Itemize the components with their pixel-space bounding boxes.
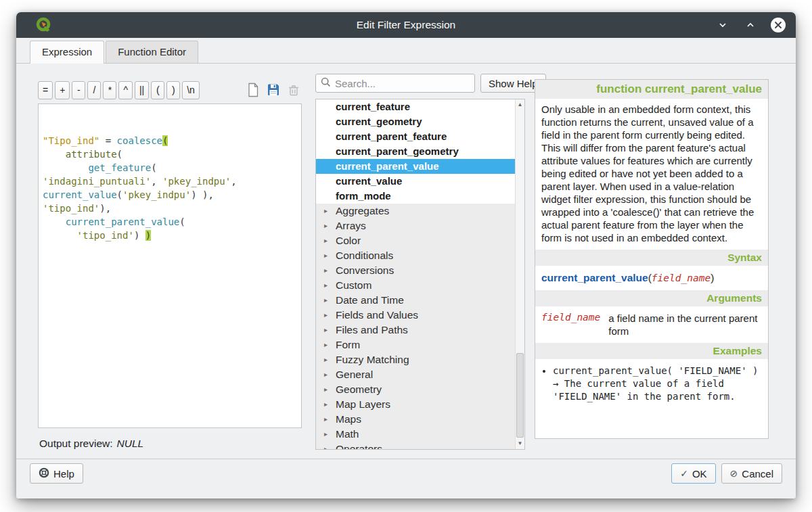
expression-column: =+-/*^||()\n "Tipo_ind" = c — [38, 80, 302, 450]
group-label: Date and Time — [336, 293, 404, 308]
function-group-arrays[interactable]: ▸Arrays — [316, 218, 515, 233]
expression-code: "Tipo_ind" = coalesce( attribute( get_fe… — [43, 134, 297, 242]
expand-triangle-icon: ▸ — [324, 427, 331, 442]
function-list: current_featurecurrent_geometrycurrent_p… — [315, 99, 525, 450]
example-item: current_parent_value( 'FIELD_NAME' ) → T… — [553, 365, 763, 403]
function-item-current_feature[interactable]: current_feature — [316, 99, 515, 114]
group-label: Maps — [336, 412, 361, 427]
group-label: Arrays — [336, 218, 366, 233]
group-label: Operators — [336, 442, 382, 449]
function-item-current_value[interactable]: current_value — [316, 174, 515, 189]
titlebar[interactable]: Edit Filter Expression — [16, 12, 796, 38]
example-result: The current value of a field 'FIELD_NAME… — [553, 378, 736, 402]
search-box[interactable] — [315, 74, 475, 93]
function-group-conversions[interactable]: ▸Conversions — [316, 263, 515, 278]
function-group-aggregates[interactable]: ▸Aggregates — [316, 204, 515, 218]
operator-button[interactable]: = — [38, 81, 53, 99]
expand-triangle-icon: ▸ — [324, 338, 331, 352]
operator-button[interactable]: \n — [182, 81, 200, 99]
example-code: current_parent_value( 'FIELD_NAME' ) — [553, 365, 758, 376]
function-group-form[interactable]: ▸Form — [316, 338, 515, 352]
expand-triangle-icon: ▸ — [324, 412, 331, 427]
function-item-current_geometry[interactable]: current_geometry — [316, 114, 515, 129]
ok-button[interactable]: ✓ OK — [671, 463, 715, 484]
operator-button[interactable]: ) — [166, 81, 180, 99]
expand-triangle-icon: ▸ — [324, 323, 331, 338]
group-label: Math — [336, 427, 359, 442]
tab-function-editor[interactable]: Function Editor — [106, 41, 198, 63]
function-help-panel: function current_parent_value Only usabl… — [535, 79, 769, 439]
function-group-operators[interactable]: ▸Operators — [316, 442, 515, 449]
group-label: Conversions — [336, 263, 394, 278]
group-label: Form — [336, 338, 360, 352]
function-item-current_parent_value[interactable]: current_parent_value — [316, 159, 515, 174]
save-expression-icon[interactable] — [265, 82, 281, 98]
qgis-logo-icon — [35, 16, 53, 34]
function-item-form_mode[interactable]: form_mode — [316, 189, 515, 204]
function-group-custom[interactable]: ▸Custom — [316, 278, 515, 293]
help-title: function current_parent_value — [535, 80, 768, 99]
function-list-scrollbar[interactable]: ▲ ▼ — [515, 99, 524, 449]
help-button-label: Help — [53, 468, 74, 480]
operator-button[interactable]: ( — [151, 81, 164, 99]
expression-editor[interactable]: "Tipo_ind" = coalesce( attribute( get_fe… — [38, 103, 302, 428]
group-label: Fuzzy Matching — [336, 352, 409, 367]
cancel-button[interactable]: ⊘ Cancel — [721, 463, 782, 484]
operator-button[interactable]: + — [55, 81, 70, 99]
function-item-current_parent_geometry[interactable]: current_parent_geometry — [316, 144, 515, 159]
function-group-math[interactable]: ▸Math — [316, 427, 515, 442]
tab-expression[interactable]: Expression — [30, 41, 104, 64]
dialog-footer: Help ✓ OK ⊘ Cancel — [16, 459, 796, 498]
function-group-conditionals[interactable]: ▸Conditionals — [316, 248, 515, 263]
cancel-icon: ⊘ — [730, 468, 738, 479]
help-buoy-icon — [39, 467, 49, 480]
syntax-param: field_name — [652, 273, 710, 283]
function-group-color[interactable]: ▸Color — [316, 233, 515, 248]
new-expression-icon[interactable] — [245, 82, 261, 98]
search-input[interactable] — [335, 78, 470, 89]
expand-triangle-icon: ▸ — [324, 367, 331, 382]
arguments-section: field_namea field name in the current pa… — [535, 306, 768, 343]
minimize-icon[interactable] — [742, 17, 759, 33]
scrollbar-thumb[interactable] — [516, 353, 524, 438]
operator-button[interactable]: / — [87, 81, 101, 99]
function-group-maps[interactable]: ▸Maps — [316, 412, 515, 427]
window-title: Edit Filter Expression — [16, 19, 796, 31]
expand-triangle-icon: ▸ — [324, 263, 331, 278]
function-item-current_parent_feature[interactable]: current_parent_feature — [316, 129, 515, 144]
shade-icon[interactable] — [715, 17, 731, 33]
syntax-close-paren: ) — [710, 272, 714, 283]
expand-triangle-icon: ▸ — [324, 278, 331, 293]
function-group-general[interactable]: ▸General — [316, 367, 515, 382]
operator-buttons: =+-/*^||()\n — [38, 81, 200, 99]
group-label: Conditionals — [336, 248, 393, 263]
function-group-files-and-paths[interactable]: ▸Files and Paths — [316, 323, 515, 338]
function-group-geometry[interactable]: ▸Geometry — [316, 382, 515, 397]
operator-button[interactable]: - — [72, 81, 85, 99]
help-button[interactable]: Help — [30, 463, 83, 484]
arguments-heading: Arguments — [535, 290, 768, 306]
operator-button[interactable]: || — [135, 81, 149, 99]
function-group-date-and-time[interactable]: ▸Date and Time — [316, 293, 515, 308]
operator-button[interactable]: * — [103, 81, 116, 99]
function-group-map-layers[interactable]: ▸Map Layers — [316, 397, 515, 412]
expand-triangle-icon: ▸ — [324, 204, 331, 218]
close-icon[interactable] — [770, 17, 786, 33]
group-label: Files and Paths — [336, 323, 408, 338]
operator-button[interactable]: ^ — [118, 81, 133, 99]
scroll-up-icon[interactable]: ▲ — [516, 100, 524, 110]
delete-expression-icon[interactable] — [286, 82, 302, 98]
ok-button-label: OK — [692, 468, 707, 480]
group-label: Aggregates — [336, 204, 389, 218]
expand-triangle-icon: ▸ — [324, 248, 331, 263]
function-group-fuzzy-matching[interactable]: ▸Fuzzy Matching — [316, 352, 515, 367]
help-column: function current_parent_value Only usabl… — [535, 79, 769, 439]
expand-triangle-icon: ▸ — [324, 218, 331, 233]
expand-triangle-icon: ▸ — [324, 233, 331, 248]
function-group-fields-and-values[interactable]: ▸Fields and Values — [316, 308, 515, 323]
group-label: Fields and Values — [336, 308, 418, 323]
scroll-down-icon[interactable]: ▼ — [516, 439, 524, 448]
expand-triangle-icon: ▸ — [324, 397, 331, 412]
group-label: Map Layers — [336, 397, 390, 412]
output-preview-label: Output preview: — [39, 438, 113, 449]
